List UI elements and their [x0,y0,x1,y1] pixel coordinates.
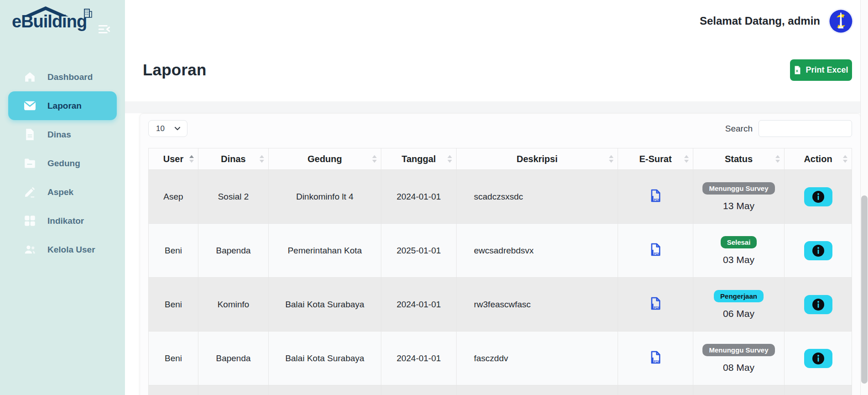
menu-collapse-icon[interactable] [98,24,111,35]
info-button[interactable] [804,241,832,260]
table-row: BeniBapendaPemerintahan Kota2025-01-01ew… [149,224,852,278]
print-excel-label: Print Excel [806,65,848,75]
cell-e-surat: PDF [618,278,693,332]
grid-icon [21,212,39,230]
sort-icon [260,155,264,163]
sidebar-item-label: Laporan [47,101,82,111]
pdf-file-icon[interactable]: PDF [650,350,661,364]
search-input[interactable] [759,120,852,137]
scrollbar-thumb[interactable] [861,195,868,384]
column-label: User [163,154,183,164]
column-header-e-surat[interactable]: E-Surat [618,148,693,170]
cell-action [785,170,852,224]
svg-text:PDF: PDF [654,198,660,201]
column-header-gedung[interactable]: Gedung [269,148,381,170]
report-card: 10 Search UserDinasGedungTanggalDeskrips… [140,113,861,395]
search-wrap: Search [725,120,852,137]
cell-gedung: Dinkominfo lt 4 [269,170,381,224]
column-header-action[interactable]: Action [785,148,852,170]
cell-dinas: Bapenda [198,224,269,278]
table-controls: 10 Search [148,120,852,137]
cell-action [785,224,852,278]
cell-gedung: Balai Kota Surabaya [269,278,381,332]
column-header-deskripsi[interactable]: Deskripsi [457,148,618,170]
status-date: 03 May [693,254,784,265]
excel-file-icon: x [794,65,801,75]
sidebar-item-indikator[interactable]: Indikator [0,206,125,235]
cell-tanggal: 2024-01-01 [381,332,457,385]
cell-gedung: Pemerintahan Kota [269,224,381,278]
cell-deskripsi: ewcsadrebdsvx [457,224,618,278]
sort-icon [609,155,613,163]
sidebar-item-kelola-user[interactable]: Kelola User [0,235,125,264]
status-badge: Menunggu Survey [702,182,774,195]
table-row: BeniKominfoBalai Kota Surabaya2024-01-01… [149,278,852,332]
info-icon [812,352,825,365]
svg-text:PDF: PDF [654,252,660,255]
sort-icon [372,155,377,163]
document-icon [21,126,39,144]
scrollbar[interactable] [860,0,868,395]
title-row: Laporan x Print Excel [143,53,852,87]
info-button[interactable] [804,295,832,314]
pdf-file-icon[interactable]: PDF [650,189,661,203]
main-content: Selamat Datang, admin Laporan [125,0,868,395]
sidebar-item-aspek[interactable]: Aspek [0,178,125,206]
sidebar-item-label: Aspek [47,187,73,197]
column-label: Action [804,154,832,164]
info-button[interactable] [804,187,832,206]
report-table: UserDinasGedungTanggalDeskripsiE-SuratSt… [148,148,852,395]
table-row-partial [149,385,852,395]
sort-icon [684,155,689,163]
sidebar-item-laporan[interactable]: Laporan [8,91,117,120]
page-band [125,101,868,113]
sort-icon [775,155,780,163]
cell-dinas: Sosial 2 [198,170,269,224]
surabaya-emblem-logo [828,8,854,34]
cell-user: Beni [149,332,198,385]
column-header-user[interactable]: User [149,148,198,170]
info-icon [812,244,825,257]
cell-e-surat: PDF [618,170,693,224]
app-logo[interactable]: eBuilding [12,12,87,32]
status-date: 08 May [693,362,784,373]
column-label: Status [725,154,753,164]
app-root: eBuilding DashboardLaporanDinasGedungAsp… [0,0,868,395]
cell-tanggal: 2024-01-01 [381,278,457,332]
column-header-status[interactable]: Status [693,148,785,170]
sort-icon [843,155,847,163]
sidebar-item-label: Dashboard [47,72,93,82]
search-label: Search [725,124,753,134]
column-label: Deskripsi [516,154,557,164]
sidebar: eBuilding DashboardLaporanDinasGedungAsp… [0,0,125,395]
folder-icon [21,154,39,173]
svg-text:x: x [796,68,799,73]
print-excel-button[interactable]: x Print Excel [790,59,852,81]
sidebar-item-gedung[interactable]: Gedung [0,149,125,178]
page-length-select[interactable]: 10 [148,120,187,137]
pdf-file-icon[interactable]: PDF [650,296,661,311]
cell-status: Menunggu Survey13 May [693,170,785,224]
mail-icon [21,97,39,115]
column-header-tanggal[interactable]: Tanggal [381,148,457,170]
sidebar-item-label: Indikator [47,216,84,226]
cell-action [785,332,852,385]
sidebar-item-dashboard[interactable]: Dashboard [0,63,125,91]
sidebar-item-dinas[interactable]: Dinas [0,120,125,149]
cell-tanggal: 2024-01-01 [381,170,457,224]
cell-user: Asep [149,170,198,224]
column-label: E-Surat [639,154,671,164]
cell-status: Menunggu Survey08 May [693,332,785,385]
info-button[interactable] [804,349,832,368]
pdf-file-icon[interactable]: PDF [650,242,661,257]
topbar: Selamat Datang, admin [125,0,868,42]
column-header-dinas[interactable]: Dinas [198,148,269,170]
table-row: BeniBapendaBalai Kota Surabaya2024-01-01… [149,332,852,385]
users-icon [21,241,39,259]
cell-status: Selesai03 May [693,224,785,278]
sidebar-item-label: Dinas [47,130,71,140]
svg-text:PDF: PDF [654,305,660,309]
status-badge: Pengerjaan [714,290,764,302]
cell-deskripsi: scadczsxsdc [457,170,618,224]
cell-deskripsi: rw3feascwfasc [457,278,618,332]
